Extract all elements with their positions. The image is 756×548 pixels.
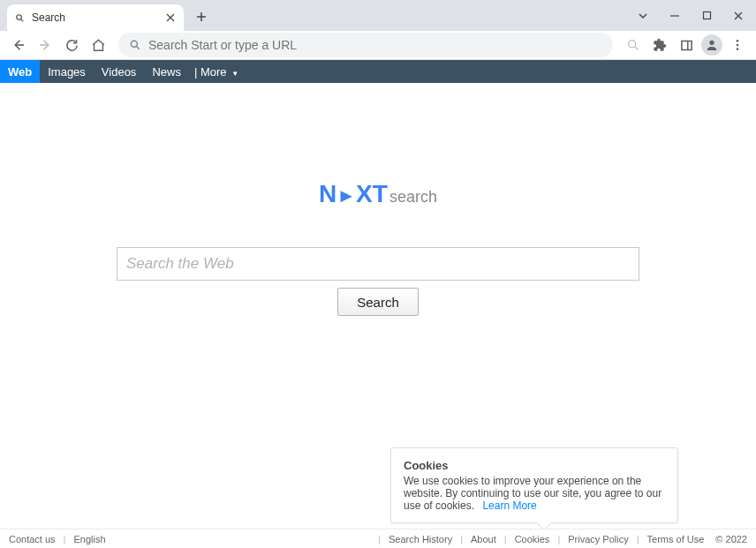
- arrow-icon: ►: [336, 184, 356, 207]
- footer: Contact us | English | Search History | …: [0, 529, 756, 548]
- footer-language[interactable]: English: [73, 534, 105, 544]
- footer-cookies[interactable]: Cookies: [515, 534, 550, 544]
- back-button[interactable]: [7, 34, 30, 56]
- toolbar-right: [622, 34, 749, 56]
- close-window-button[interactable]: [726, 4, 751, 28]
- profile-avatar[interactable]: [701, 34, 722, 56]
- cookie-title: Cookies: [404, 459, 665, 472]
- svg-point-18: [709, 41, 714, 45]
- svg-point-0: [16, 14, 21, 19]
- svg-line-1: [20, 19, 23, 21]
- omnibox-input[interactable]: [148, 38, 602, 52]
- menu-button[interactable]: [726, 34, 749, 56]
- home-button[interactable]: [87, 34, 110, 56]
- svg-point-19: [737, 40, 739, 42]
- search-icon: [129, 39, 141, 51]
- search-area: Search: [117, 247, 639, 316]
- svg-point-20: [737, 44, 739, 47]
- omnibox[interactable]: [118, 33, 613, 57]
- svg-line-15: [635, 47, 639, 50]
- browser-title-bar: Search: [0, 0, 756, 31]
- maximize-button[interactable]: [694, 4, 719, 28]
- caret-down-icon: ▼: [231, 70, 238, 78]
- nav-more[interactable]: | More ▼: [189, 65, 244, 79]
- search-icon: [14, 12, 25, 23]
- svg-line-13: [136, 46, 139, 49]
- cookie-popup: Cookies We use cookies to improve your e…: [390, 447, 678, 523]
- svg-rect-16: [681, 41, 691, 49]
- footer-history[interactable]: Search History: [389, 534, 452, 544]
- svg-point-14: [629, 41, 636, 48]
- reload-button[interactable]: [60, 34, 83, 56]
- forward-button[interactable]: [34, 34, 57, 56]
- footer-right: | Search History | About | Cookies | Pri…: [374, 534, 747, 544]
- search-button[interactable]: Search: [337, 288, 419, 316]
- footer-terms[interactable]: Terms of Use: [647, 534, 705, 544]
- cookie-learn-more-link[interactable]: Learn More: [482, 499, 536, 512]
- search-input[interactable]: [117, 247, 639, 281]
- tab-title: Search: [32, 11, 157, 24]
- logo: N►XT search: [319, 180, 437, 208]
- nav-news[interactable]: News: [144, 60, 189, 83]
- panel-button[interactable]: [675, 34, 698, 56]
- new-tab-button[interactable]: [189, 4, 214, 29]
- page-content: N►XT search Search Cookies We use cookie…: [0, 83, 756, 548]
- footer-copyright: © 2022: [715, 534, 747, 544]
- nav-web[interactable]: Web: [0, 60, 40, 83]
- cookie-text: We use cookies to improve your experienc…: [404, 475, 665, 512]
- search-engine-icon[interactable]: [622, 34, 645, 56]
- footer-privacy[interactable]: Privacy Policy: [568, 534, 628, 544]
- extensions-button[interactable]: [648, 34, 671, 56]
- nav-images[interactable]: Images: [40, 60, 94, 83]
- logo-subtext: search: [389, 188, 437, 206]
- svg-rect-7: [703, 12, 710, 19]
- footer-left: Contact us | English: [9, 534, 106, 544]
- chevron-down-icon[interactable]: [631, 4, 655, 28]
- svg-point-21: [737, 48, 739, 50]
- close-tab-button[interactable]: [164, 11, 177, 24]
- nav-videos[interactable]: Videos: [94, 60, 145, 83]
- window-controls: [631, 0, 751, 31]
- svg-point-12: [131, 41, 137, 47]
- minimize-button[interactable]: [662, 4, 687, 28]
- footer-contact[interactable]: Contact us: [9, 534, 56, 544]
- footer-about[interactable]: About: [471, 534, 496, 544]
- search-engine-nav: Web Images Videos News | More ▼: [0, 60, 756, 83]
- browser-toolbar: [0, 31, 756, 60]
- browser-tab[interactable]: Search: [7, 4, 184, 31]
